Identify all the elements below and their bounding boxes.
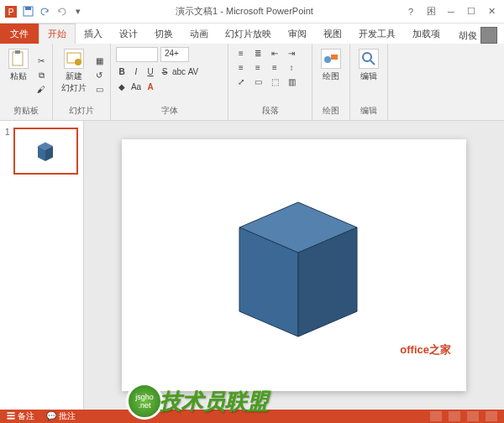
ribbon: 粘贴 ✂ ⧉ 🖌 剪贴板 新建 幻灯片 ▦ ↺ ▭ 幻灯片: [0, 44, 504, 121]
italic-button[interactable]: I: [130, 65, 142, 77]
svg-rect-9: [331, 55, 338, 60]
tab-view[interactable]: 视图: [315, 24, 350, 44]
ribbon-group-font: 24+ B I U S abc AV ◆ Aa A 字体: [111, 44, 228, 120]
svg-point-7: [75, 59, 81, 65]
numbering-button[interactable]: ≣: [250, 47, 265, 59]
normal-view-button[interactable]: [430, 411, 442, 421]
new-slide-icon: [64, 49, 84, 69]
slideshow-view-button[interactable]: [486, 411, 497, 421]
svg-point-10: [363, 53, 371, 61]
window-title: 演示文稿1 - Microsoft PowerPoint: [84, 5, 405, 18]
clipboard-group-label: 剪贴板: [5, 105, 47, 117]
slides-group-label: 幻灯片: [58, 105, 105, 117]
line-spacing-button[interactable]: ↕: [284, 61, 299, 73]
tab-review[interactable]: 审阅: [280, 24, 315, 44]
notes-button[interactable]: ☰ 备注: [7, 410, 34, 422]
save-icon[interactable]: [22, 6, 34, 18]
slide[interactable]: office之家: [122, 139, 466, 391]
align-text-button[interactable]: ▭: [250, 76, 265, 87]
tab-file[interactable]: 文件: [0, 24, 39, 44]
tab-home[interactable]: 开始: [39, 24, 76, 44]
bullets-button[interactable]: ≡: [234, 47, 249, 59]
tab-transitions[interactable]: 切换: [146, 24, 181, 44]
layout-icon[interactable]: ▦: [93, 55, 105, 67]
sorter-view-button[interactable]: [449, 411, 460, 421]
tab-developer[interactable]: 开发工具: [350, 24, 404, 44]
reset-icon[interactable]: ↺: [93, 70, 105, 81]
editing-button[interactable]: 编辑: [355, 47, 382, 103]
slide-thumbnail[interactable]: [13, 128, 78, 175]
svg-rect-5: [15, 50, 20, 54]
align-left-button[interactable]: ≡: [234, 61, 249, 73]
slide-canvas-area[interactable]: office之家: [84, 121, 504, 410]
paste-icon: [8, 49, 29, 69]
user-account[interactable]: 胡俊: [459, 27, 504, 44]
shadow-button[interactable]: abc: [173, 65, 185, 77]
close-button[interactable]: ✕: [486, 6, 497, 18]
paragraph-group-label: 段落: [234, 105, 307, 117]
svg-point-8: [324, 56, 331, 63]
help-icon[interactable]: ?: [405, 6, 417, 18]
user-name: 胡俊: [459, 29, 477, 42]
format-painter-icon[interactable]: 🖌: [35, 84, 47, 96]
new-slide-button[interactable]: 新建 幻灯片: [58, 47, 90, 103]
bold-button[interactable]: B: [116, 65, 128, 77]
tab-design[interactable]: 设计: [111, 24, 146, 44]
paste-button[interactable]: 粘贴: [5, 47, 32, 103]
svg-text:P: P: [8, 8, 14, 17]
ribbon-group-paragraph: ≡ ≣ ⇤ ⇥ ≡ ≡ ≡ ↕ ⤢ ▭ ⬚ ▥ 段落: [228, 44, 312, 120]
app-icon: P: [5, 6, 17, 18]
title-bar: P ▾ 演示文稿1 - Microsoft PowerPoint ? 困 ─ ☐…: [0, 0, 504, 24]
comments-button[interactable]: 💬 批注: [46, 410, 76, 422]
indent-increase-button[interactable]: ⇥: [284, 47, 299, 59]
align-right-button[interactable]: ≡: [267, 61, 282, 73]
clear-format-button[interactable]: ◆: [116, 81, 128, 92]
ribbon-group-editing: 编辑 编辑: [350, 44, 388, 120]
slide-number: 1: [5, 128, 10, 175]
site-watermark: jsgho .net 技术员联盟: [126, 383, 269, 420]
redo-icon[interactable]: [55, 6, 67, 18]
tab-animations[interactable]: 动画: [181, 24, 217, 44]
ribbon-options-icon[interactable]: 困: [425, 6, 437, 18]
section-icon[interactable]: ▭: [93, 84, 105, 96]
tab-slideshow[interactable]: 幻灯片放映: [217, 24, 280, 44]
tab-insert[interactable]: 插入: [76, 24, 111, 44]
indent-decrease-button[interactable]: ⇤: [267, 47, 282, 59]
undo-icon[interactable]: [39, 6, 50, 18]
copy-icon[interactable]: ⧉: [35, 70, 47, 81]
drawing-group-label: 绘图: [318, 105, 344, 117]
svg-rect-4: [13, 52, 23, 65]
avatar: [480, 27, 497, 44]
reading-view-button[interactable]: [467, 411, 479, 421]
svg-line-11: [370, 60, 375, 65]
font-color-button[interactable]: A: [144, 81, 156, 92]
thumbnail-item[interactable]: 1: [5, 128, 78, 175]
strikethrough-button[interactable]: S: [159, 65, 171, 77]
editing-label: 编辑: [360, 70, 377, 82]
drawing-label: 绘图: [323, 70, 339, 82]
minimize-button[interactable]: ─: [445, 6, 457, 18]
drawing-button[interactable]: 绘图: [318, 47, 344, 103]
cube-thumbnail-icon: [33, 139, 58, 163]
text-direction-button[interactable]: ⤢: [234, 76, 249, 87]
paste-label: 粘贴: [10, 70, 27, 82]
maximize-button[interactable]: ☐: [465, 6, 477, 18]
qa-dropdown-icon[interactable]: ▾: [72, 6, 84, 18]
editing-group-label: 编辑: [355, 105, 382, 117]
tab-addins[interactable]: 加载项: [404, 24, 449, 44]
cube-shape[interactable]: [206, 185, 382, 345]
smartart-button[interactable]: ⬚: [267, 76, 282, 87]
font-size-select[interactable]: 24+: [160, 47, 189, 62]
font-family-select[interactable]: [116, 47, 158, 62]
ribbon-group-clipboard: 粘贴 ✂ ⧉ 🖌 剪贴板: [0, 44, 53, 120]
underline-button[interactable]: U: [144, 65, 156, 77]
new-slide-label: 新建 幻灯片: [61, 70, 87, 94]
cut-icon[interactable]: ✂: [35, 55, 47, 67]
char-spacing-button[interactable]: AV: [187, 65, 199, 77]
ribbon-tabs: 文件 开始 插入 设计 切换 动画 幻灯片放映 审阅 视图 开发工具 加载项 胡…: [0, 24, 504, 44]
columns-button[interactable]: ▥: [284, 76, 299, 87]
change-case-button[interactable]: Aa: [130, 81, 142, 92]
office-watermark: office之家: [400, 342, 451, 358]
ribbon-group-slides: 新建 幻灯片 ▦ ↺ ▭ 幻灯片: [53, 44, 111, 120]
align-center-button[interactable]: ≡: [250, 61, 265, 73]
